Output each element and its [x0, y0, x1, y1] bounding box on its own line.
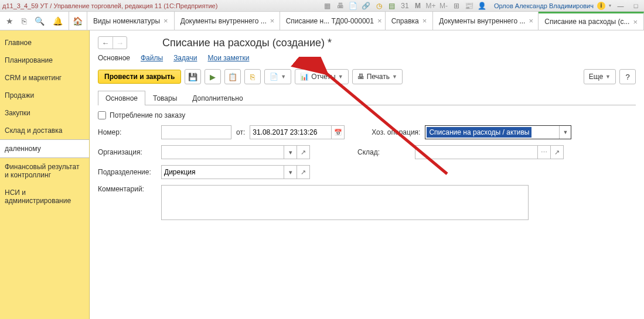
tab-4[interactable]: Документы внутреннего ...× [433, 12, 539, 30]
sidebar-item-planning[interactable]: Планирование [0, 52, 89, 69]
calendar-icon[interactable]: 31 [400, 1, 410, 11]
open-icon[interactable]: ↗ [297, 165, 310, 179]
tab-bar: ★ ⎘ 🔍 🔔 🏠 Виды номенклатуры× Документы в… [0, 12, 644, 30]
user-name[interactable]: Орлов Александр Владимирович [494, 2, 594, 9]
app-title: д11_3_4_59 УТ / Управление торговлей, ре… [2, 2, 323, 9]
forward-button[interactable]: → [113, 37, 127, 49]
post-and-close-button[interactable]: Провести и закрыть [98, 70, 181, 84]
star-icon[interactable]: ★ [6, 16, 13, 26]
date-input[interactable] [250, 125, 332, 139]
sidebar-item-purchases[interactable]: Закупки [0, 104, 89, 122]
formtab-extra[interactable]: Дополнительно [185, 91, 250, 105]
news-icon[interactable]: 📰 [465, 1, 474, 11]
link-icon[interactable]: 🔗 [362, 1, 371, 11]
subnav-main[interactable]: Основное [98, 54, 130, 62]
bell-icon[interactable]: 🔔 [53, 16, 63, 26]
box-icon[interactable]: ⊞ [452, 1, 461, 11]
operation-label: Хоз. операция: [372, 128, 420, 136]
print-icon[interactable]: 🖶 [336, 1, 345, 11]
chevron-down-icon[interactable]: ▾ [284, 165, 297, 179]
sidebar-item-admin[interactable]: НСИ и администрирование [0, 184, 89, 210]
dept-label: Подразделение: [98, 168, 156, 176]
warehouse-label: Склад: [357, 148, 410, 156]
calendar-icon[interactable]: 📅 [332, 125, 345, 139]
formtab-goods[interactable]: Товары [145, 91, 185, 105]
number-input[interactable] [161, 125, 231, 139]
sub-nav: Основное Файлы Задачи Мои заметки [98, 54, 636, 62]
nav-arrows: ← → [98, 36, 127, 49]
open-icon[interactable]: ↗ [551, 145, 564, 159]
title-bar: д11_3_4_59 УТ / Управление торговлей, ре… [0, 0, 644, 12]
system-icons: ★ ⎘ 🔍 🔔 [0, 12, 69, 30]
sidebar-item-warehouse[interactable]: Склад и доставка [0, 122, 89, 139]
sidebar-item-remote[interactable]: даленному [0, 139, 89, 158]
doc-icon[interactable]: 📄 [349, 1, 358, 11]
warehouse-input[interactable] [415, 145, 538, 159]
tab-2[interactable]: Списание н... ТД00-000001× [280, 12, 386, 30]
sidebar-item-main[interactable]: Главное [0, 34, 89, 52]
info-icon[interactable]: i [597, 2, 605, 10]
content-area: ← → Списание на расходы (создание) * Осн… [90, 30, 644, 319]
ellipsis-icon[interactable]: ⋯ [538, 145, 551, 159]
subnav-files[interactable]: Файлы [141, 54, 163, 62]
page-title: Списание на расходы (создание) * [162, 37, 332, 49]
form-tabs: Основное Товары Дополнительно [98, 90, 636, 105]
operation-select[interactable]: Списание на расходы / активы ▼ [425, 125, 571, 139]
sidebar-item-sales[interactable]: Продажи [0, 87, 89, 104]
close-icon[interactable]: × [377, 16, 382, 25]
org-label: Организация: [98, 148, 156, 156]
toolbar: Провести и закрыть 💾 ▶ 📋 ⎘ 📄▼ 📊Отчеты▼ 🖶… [98, 69, 636, 84]
sidebar-item-finance[interactable]: Финансовый результат и контроллинг [0, 158, 89, 184]
close-icon[interactable]: × [422, 16, 427, 25]
dept-input[interactable] [161, 165, 284, 179]
tab-1[interactable]: Документы внутреннего ...× [175, 12, 280, 30]
structure-button[interactable]: ⎘ [244, 69, 261, 84]
m-plus-icon[interactable]: M+ [426, 1, 435, 11]
copy-button[interactable]: 📋 [224, 69, 241, 84]
from-label: от: [236, 128, 245, 136]
pin-icon[interactable]: ⎘ [22, 16, 26, 26]
comment-label: Комментарий: [98, 185, 156, 193]
home-tab[interactable]: 🏠 [69, 12, 87, 30]
open-icon[interactable]: ↗ [297, 145, 310, 159]
search-icon[interactable]: 🔍 [35, 16, 45, 26]
tab-0[interactable]: Виды номенклатуры× [87, 12, 175, 30]
formtab-main[interactable]: Основное [98, 91, 145, 105]
number-label: Номер: [98, 128, 156, 136]
grid-icon[interactable]: ▦ [323, 1, 332, 11]
maximize-button[interactable]: □ [630, 2, 642, 9]
operation-value: Списание на расходы / активы [427, 127, 531, 138]
subnav-notes[interactable]: Мои заметки [207, 54, 249, 62]
comment-textarea[interactable] [161, 185, 529, 220]
calc-icon[interactable]: ▤ [387, 1, 397, 11]
more-button[interactable]: Еще▼ [584, 69, 616, 84]
org-input[interactable] [161, 145, 284, 159]
consume-by-order-checkbox[interactable] [98, 111, 106, 119]
close-icon[interactable]: × [529, 16, 533, 25]
based-on-button[interactable]: 📄▼ [264, 69, 291, 84]
reports-button[interactable]: 📊Отчеты▼ [295, 69, 348, 84]
close-icon[interactable]: × [163, 16, 168, 25]
titlebar-icons: ▦ 🖶 📄 🔗 ◷ ▤ 31 M M+ M- ⊞ 📰 👤 Орлов Алекс… [323, 1, 642, 11]
tab-3[interactable]: Справка× [386, 12, 434, 30]
subnav-tasks[interactable]: Задачи [173, 54, 197, 62]
post-button[interactable]: ▶ [205, 69, 221, 84]
sidebar-item-crm[interactable]: CRM и маркетинг [0, 69, 89, 87]
save-button[interactable]: 💾 [185, 69, 201, 84]
minimize-button[interactable]: — [615, 2, 626, 9]
user-icon: 👤 [478, 1, 487, 11]
m-clear-icon[interactable]: M [413, 1, 422, 11]
chevron-down-icon[interactable]: ▼ [559, 126, 571, 139]
print-button[interactable]: 🖶Печать▼ [352, 69, 403, 84]
tab-5[interactable]: Списание на расходы (с...× [539, 12, 644, 30]
clock-icon[interactable]: ◷ [374, 1, 384, 11]
consume-by-order-label: Потребление по заказу [110, 111, 185, 119]
help-button[interactable]: ? [619, 69, 636, 84]
chevron-down-icon[interactable]: ▾ [284, 145, 297, 159]
sidebar: Главное Планирование CRM и маркетинг Про… [0, 30, 90, 319]
close-icon[interactable]: × [270, 16, 275, 25]
back-button[interactable]: ← [98, 37, 113, 49]
close-icon[interactable]: × [633, 18, 638, 26]
m-minus-icon[interactable]: M- [439, 1, 448, 11]
